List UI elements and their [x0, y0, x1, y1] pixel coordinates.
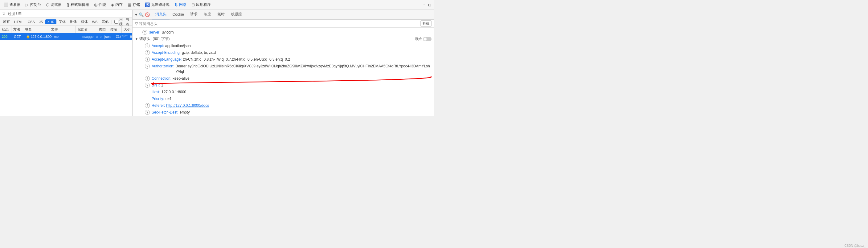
section-title: 请求头 (601 字节)	[139, 36, 170, 41]
header-field-value: empty	[180, 110, 190, 115]
type-image-button[interactable]: 图像	[68, 19, 79, 25]
th-size[interactable]: 大小	[122, 26, 132, 33]
raw-toggle-area[interactable]: 原始	[415, 37, 432, 41]
td-transfer: 217 字节	[114, 33, 128, 40]
type-css-button[interactable]: CSS	[26, 20, 37, 24]
tab-headers[interactable]: 消息头	[152, 10, 169, 20]
headers-filter-input[interactable]	[139, 22, 421, 26]
memory-icon: ◈	[111, 2, 114, 7]
th-type[interactable]: 类型	[97, 26, 108, 33]
disable-cache-label: 禁用缓存	[119, 18, 123, 26]
type-font-button[interactable]: 字体	[57, 19, 67, 25]
tab-stack-trace[interactable]: 栈跟踪	[228, 10, 245, 20]
no-throttle-select[interactable]: 不节流 ▾	[125, 18, 131, 26]
storage-icon: ▦	[128, 2, 131, 7]
th-initiator[interactable]: 发起者	[76, 26, 97, 33]
th-transfer[interactable]: 传输	[108, 26, 122, 33]
disable-cache-input[interactable]	[114, 20, 118, 24]
style-editor-button[interactable]: {} 样式编辑器	[64, 1, 91, 8]
type-xhr-button[interactable]: XHR	[45, 20, 56, 24]
detail-tabs: + 🔍 🚫 消息头 Cookie 请求 响应 耗时 栈跟踪	[132, 10, 434, 20]
header-field-value: gzip, deflate, br, zstd	[182, 50, 216, 56]
type-ws-button[interactable]: WS	[90, 20, 99, 24]
header-help-icon[interactable]: ?	[145, 57, 150, 62]
toolbar-right: ⋯ ⊡	[420, 2, 433, 8]
server-header-value: uvicorn	[162, 30, 174, 34]
header-field-value: Bearer eyJhbGciOiJIUzI1NiIsInR5cCI6IkpXV…	[176, 63, 432, 74]
raw-toggle-switch[interactable]	[423, 37, 432, 41]
header-row: Priority:u=1	[132, 95, 434, 102]
header-help-icon[interactable]: ?	[145, 43, 150, 48]
request-headers-section-header[interactable]: ▼ 请求头 (601 字节) 原始	[132, 35, 434, 42]
headers-content: ? server: uvicorn ▼ 请求头 (601 字节) 原始 ?Acc	[132, 28, 434, 116]
style-editor-icon: {}	[67, 2, 69, 7]
header-field-value: http://127.0.0.1:8000/docs	[166, 103, 209, 108]
inspect-icon: ⬜	[3, 2, 8, 7]
header-help-icon[interactable]: ?	[145, 103, 150, 108]
header-row: ?Accept-Encoding:gzip, deflate, br, zstd	[132, 49, 434, 56]
debugger-label: 调试器	[51, 2, 62, 7]
table-header: 状态 方法 域名 文件 发起者 类型 传输 大小	[0, 26, 132, 33]
type-js-button[interactable]: JS	[37, 20, 45, 24]
header-field-value: keep-alive	[173, 76, 190, 81]
header-help-icon[interactable]: ?	[145, 50, 150, 55]
raw-label: 原始	[415, 37, 422, 41]
tab-request[interactable]: 请求	[187, 10, 201, 20]
header-field-value: 1	[161, 82, 163, 88]
tab-cookie[interactable]: Cookie	[169, 10, 187, 19]
no-throttle-label: 不节流 ▾	[126, 18, 130, 26]
inspect-button[interactable]: ⬜ 查看器	[1, 1, 23, 8]
debugger-button[interactable]: ⬡ 调试器	[44, 1, 64, 8]
td-status: 200	[0, 33, 12, 40]
th-file[interactable]: 文件	[49, 26, 76, 33]
search-tab-icon[interactable]: 🔍	[139, 12, 144, 17]
type-html-button[interactable]: HTML	[12, 20, 25, 24]
header-row: ?Sec-Fetch-Dest:empty	[132, 109, 434, 116]
tab-response[interactable]: 响应	[201, 10, 214, 20]
accessibility-icon: ♿	[145, 2, 150, 7]
th-status[interactable]: 状态	[0, 26, 11, 33]
console-button[interactable]: ▷ 控制台	[24, 1, 43, 8]
type-all-button[interactable]: 所有	[1, 19, 12, 25]
header-field-name: Host:	[152, 89, 160, 95]
th-method[interactable]: 方法	[11, 26, 23, 33]
header-help-icon[interactable]: ?	[145, 83, 150, 88]
table-row[interactable]: 200 GET 🔒 127.0.0.1:8000 me swagger-ui-b…	[0, 33, 132, 40]
header-field-name: Sec-Fetch-Dest:	[152, 110, 179, 115]
header-help-icon[interactable]: ?	[145, 110, 150, 115]
header-row: ?Referer:http://127.0.0.1:8000/docs	[132, 102, 434, 109]
header-field-value: application/json	[165, 43, 191, 48]
more-tools-button[interactable]: ⋯	[420, 2, 427, 8]
referer-link[interactable]: http://127.0.0.1:8000/docs	[166, 103, 209, 108]
accessibility-label: 无障碍环境	[151, 2, 169, 7]
header-help-icon[interactable]: ?	[145, 64, 150, 69]
block-request-button[interactable]: 拦截	[421, 20, 432, 27]
block-tab-icon[interactable]: 🚫	[145, 12, 150, 17]
th-domain[interactable]: 域名	[23, 26, 50, 33]
main-area: ▽ 所有 HTML CSS JS XHR 字体 图像 媒体 WS 其他 禁用缓存…	[0, 10, 434, 116]
domain-value: 127.0.0.1:8000	[31, 35, 52, 38]
td-file: me	[52, 33, 80, 40]
server-help-icon[interactable]: ?	[143, 30, 147, 35]
add-tab-icon[interactable]: +	[135, 12, 137, 17]
disable-cache-checkbox[interactable]: 禁用缓存	[113, 18, 124, 26]
close-devtools-button[interactable]: ⊡	[427, 2, 433, 8]
storage-button[interactable]: ▦ 存储	[125, 1, 142, 8]
tab-timing[interactable]: 耗时	[214, 10, 228, 20]
performance-button[interactable]: ◎ 性能	[92, 1, 108, 8]
header-row: ?Accept-Language:zh-CN,zh;q=0.8,zh-TW;q=…	[132, 56, 434, 63]
style-editor-label: 样式编辑器	[70, 2, 89, 7]
request-detail-panel: + 🔍 🚫 消息头 Cookie 请求 响应 耗时 栈跟踪 ▽ 拦截 ? ser…	[132, 10, 434, 116]
url-filter-input[interactable]	[8, 12, 130, 16]
section-toggle-icon: ▼	[135, 37, 138, 41]
initiator-link[interactable]: swagger-ui-bun...	[82, 35, 103, 38]
accessibility-button[interactable]: ♿ 无障碍环境	[143, 1, 172, 8]
app-button[interactable]: ⊞ 应用程序	[189, 1, 213, 8]
type-media-button[interactable]: 媒体	[79, 19, 90, 25]
headers-list: ?Accept:application/json?Accept-Encoding…	[132, 42, 434, 116]
header-field-name: Authorization:	[152, 63, 174, 69]
header-help-icon[interactable]: ?	[145, 76, 150, 81]
network-button[interactable]: ⇅ 网络	[172, 1, 189, 8]
type-other-button[interactable]: 其他	[100, 19, 110, 25]
memory-button[interactable]: ◈ 内存	[109, 1, 125, 8]
